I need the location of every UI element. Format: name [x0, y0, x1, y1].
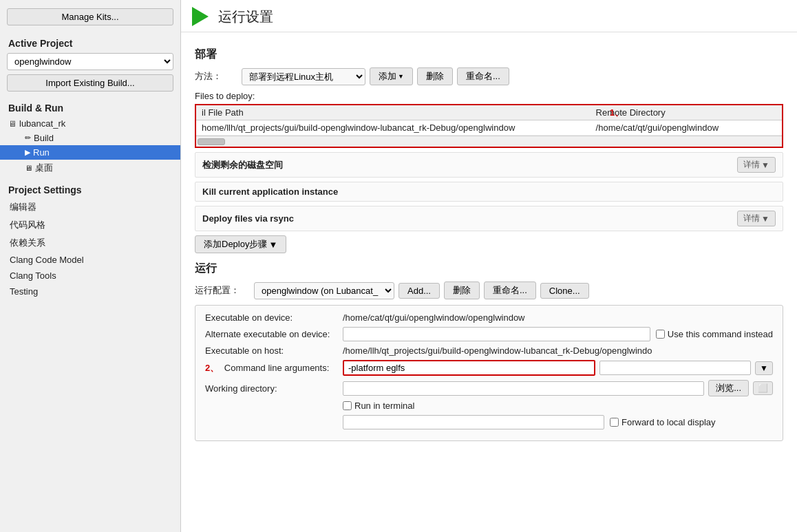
- rsync-step-right: 详情 ▼: [737, 211, 776, 226]
- working-dir-wrap: 浏览... ⬜: [343, 380, 773, 396]
- executable-host-label: Executable on host:: [205, 345, 343, 356]
- rsync-step-header: Deploy files via rsync 详情 ▼: [195, 206, 783, 231]
- run-section-title: 运行: [195, 262, 783, 276]
- main-body: 部署 方法： 部署到远程Linux主机 添加 ▼ 删除 重命名... Files…: [181, 32, 797, 455]
- chevron-down-icon: ▼: [268, 240, 277, 250]
- disk-step-label: 检测剩余的磁盘空间: [202, 159, 283, 171]
- run-config-select[interactable]: openglwindow (on Lubancat_: [254, 282, 394, 299]
- build-run-tree: 🖥 lubancat_rk ✏ Build ▶ Run 🖥 桌面: [0, 116, 180, 179]
- main-title: 运行设置: [218, 8, 273, 26]
- cmd-args-secondary-input[interactable]: [599, 361, 751, 375]
- delete-deploy-button[interactable]: 删除: [417, 67, 453, 85]
- working-dir-icon-button[interactable]: ⬜: [753, 381, 773, 395]
- working-dir-input[interactable]: [343, 381, 704, 396]
- tree-child-desktop-label: 桌面: [35, 162, 53, 174]
- scroll-thumb[interactable]: [198, 138, 225, 145]
- cmd-args-row: 2、 Command line arguments: ▼: [205, 360, 773, 376]
- working-dir-label: Working directory:: [205, 383, 343, 394]
- horizontal-scrollbar[interactable]: [196, 136, 782, 147]
- run-delete-button[interactable]: 删除: [444, 281, 480, 299]
- chevron-down-icon: ▼: [761, 160, 769, 170]
- browse-button[interactable]: 浏览...: [708, 380, 749, 396]
- run-clone-button[interactable]: Clone...: [540, 283, 589, 299]
- sidebar-item-testing[interactable]: Testing: [0, 284, 180, 299]
- tree-child-run[interactable]: ▶ Run: [0, 145, 180, 160]
- main-content: 运行设置 部署 方法： 部署到远程Linux主机 添加 ▼ 删除 重命名... …: [181, 0, 797, 532]
- run-in-terminal-checkbox[interactable]: [343, 401, 352, 410]
- chevron-down-icon: ▼: [761, 214, 769, 224]
- project-dropdown-row: openglwindow: [7, 53, 173, 70]
- working-dir-row: Working directory: 浏览... ⬜: [205, 380, 773, 396]
- run-details-box: Executable on device: /home/cat/qt/gui/o…: [195, 305, 783, 441]
- tree-child-desktop[interactable]: 🖥 桌面: [0, 160, 180, 176]
- rsync-step-section: Deploy files via rsync 详情 ▼: [195, 206, 783, 231]
- files-col1-header: il File Path: [196, 105, 591, 120]
- add-deploy-button[interactable]: 添加 ▼: [370, 67, 413, 85]
- sidebar-item-clang-tools[interactable]: Clang Tools: [0, 268, 180, 284]
- kill-step-label: Kill current application instance: [202, 187, 338, 197]
- run-triangle-icon: [192, 7, 209, 26]
- manage-kits-button[interactable]: Manage Kits...: [7, 8, 173, 25]
- disk-step-header: 检测剩余的磁盘空间 详情 ▼: [195, 153, 783, 177]
- sidebar-item-clang-code-model[interactable]: Clang Code Model: [0, 252, 180, 268]
- executable-row: Executable on device: /home/cat/qt/gui/o…: [205, 312, 773, 323]
- desktop-icon: 🖥: [25, 164, 32, 172]
- files-table-wrapper: 1、 il File Path Remote Directory home/ll…: [195, 104, 783, 148]
- cmd-args-dropdown-button[interactable]: ▼: [755, 361, 773, 375]
- forward-display-row: Forward to local display: [205, 415, 773, 429]
- files-col1-value: home/llh/qt_projects/gui/build-openglwin…: [196, 120, 591, 136]
- project-settings-title: Project Settings: [0, 179, 180, 198]
- tree-child-build-label: Build: [34, 133, 54, 143]
- alt-executable-row: Alternate executable on device: Use this…: [205, 327, 773, 341]
- tree-parent-lubancat[interactable]: 🖥 lubancat_rk: [0, 116, 180, 131]
- project-dropdown[interactable]: openglwindow: [7, 53, 173, 70]
- alt-executable-input[interactable]: [343, 327, 650, 341]
- executable-host-row: Executable on host: /home/llh/qt_project…: [205, 345, 773, 356]
- tree-parent-label: lubancat_rk: [19, 118, 65, 129]
- disk-step-right: 详情 ▼: [737, 157, 776, 173]
- files-col2-value: /home/cat/qt/gui/openglwindow: [591, 120, 782, 136]
- deploy-method-select[interactable]: 部署到远程Linux主机: [242, 68, 365, 85]
- rename-deploy-button[interactable]: 重命名...: [457, 67, 509, 85]
- run-config-label: 运行配置：: [195, 284, 250, 297]
- use-command-checkbox[interactable]: [656, 330, 665, 339]
- method-label: 方法：: [195, 70, 236, 83]
- run-rename-button[interactable]: 重命名...: [484, 281, 536, 299]
- import-existing-build-button[interactable]: Import Existing Build...: [7, 74, 173, 92]
- import-btn-section: Import Existing Build...: [7, 74, 173, 92]
- cmd-args-input[interactable]: [343, 360, 595, 376]
- files-table: il File Path Remote Directory home/llh/q…: [196, 105, 782, 136]
- method-row: 方法： 部署到远程Linux主机 添加 ▼ 删除 重命名...: [195, 67, 783, 85]
- tree-child-run-label: Run: [33, 147, 50, 158]
- files-to-deploy-label: Files to deploy:: [195, 91, 783, 101]
- forward-display-label: Forward to local display: [610, 417, 716, 427]
- forward-display-checkbox[interactable]: [610, 418, 619, 427]
- cmd-args-wrap: ▼: [343, 360, 773, 376]
- table-row: home/llh/qt_projects/gui/build-openglwin…: [196, 120, 782, 136]
- monitor-icon: 🖥: [8, 119, 17, 129]
- rsync-details-button[interactable]: 详情 ▼: [737, 211, 776, 226]
- sidebar-item-editor[interactable]: 编辑器: [0, 198, 180, 216]
- alt-executable-label: Alternate executable on device:: [205, 329, 343, 339]
- run-config-row: 运行配置： openglwindow (on Lubancat_ Add... …: [195, 281, 783, 299]
- disk-details-button[interactable]: 详情 ▼: [737, 157, 776, 173]
- executable-label: Executable on device:: [205, 312, 343, 323]
- add-deploy-step-button[interactable]: 添加Deploy步骤 ▼: [195, 235, 286, 253]
- kill-step-section: Kill current application instance: [195, 182, 783, 202]
- main-header: 运行设置: [181, 0, 797, 32]
- active-project-title: Active Project: [0, 32, 180, 52]
- executable-value: /home/cat/qt/gui/openglwindow/openglwind…: [343, 312, 773, 323]
- annotation-1: 1、: [610, 107, 624, 119]
- run-in-terminal-row: Run in terminal: [205, 401, 773, 411]
- deploy-controls: 部署到远程Linux主机 添加 ▼ 删除 重命名...: [242, 67, 509, 85]
- run-add-button[interactable]: Add...: [398, 283, 440, 299]
- build-run-title: Build & Run: [0, 97, 180, 116]
- rsync-step-label: Deploy files via rsync: [202, 213, 294, 224]
- sidebar-item-code-style[interactable]: 代码风格: [0, 216, 180, 234]
- cmd-args-label: 2、 Command line arguments:: [205, 362, 343, 374]
- sidebar-item-dependencies[interactable]: 依赖关系: [0, 234, 180, 252]
- add-deploy-step-section: 添加Deploy步骤 ▼: [195, 235, 783, 253]
- build-icon: ✏: [25, 134, 31, 142]
- tree-child-build[interactable]: ✏ Build: [0, 131, 180, 145]
- forward-display-input[interactable]: [343, 415, 604, 429]
